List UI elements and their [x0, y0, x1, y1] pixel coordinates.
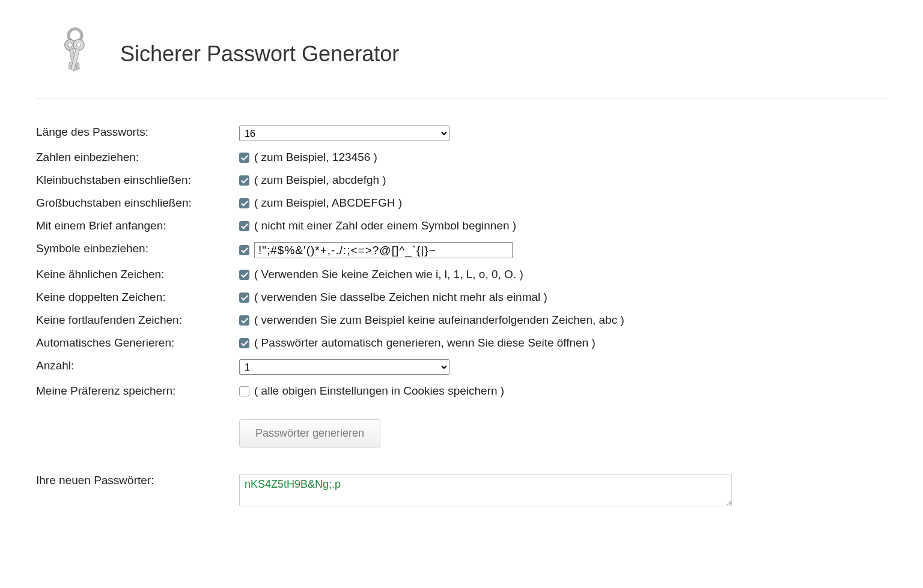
svg-rect-10: [69, 66, 72, 69]
svg-rect-5: [76, 67, 79, 70]
quantity-select[interactable]: 1: [239, 359, 449, 375]
lowercase-checkbox[interactable]: [239, 175, 249, 186]
settings-form: Länge des Passworts: 16 Zahlen einbezieh…: [36, 121, 887, 514]
symbols-checkbox[interactable]: [239, 245, 249, 255]
auto-generate-hint: ( Passwörter automatisch generieren, wen…: [254, 336, 596, 350]
save-pref-label: Meine Präferenz speichern:: [36, 380, 239, 402]
no-duplicates-checkbox[interactable]: [239, 292, 249, 303]
save-pref-hint: ( alle obigen Einstellungen in Cookies s…: [254, 384, 504, 398]
auto-generate-label: Automatisches Generieren:: [36, 332, 239, 354]
no-sequential-hint: ( verwenden Sie zum Beispiel keine aufei…: [254, 314, 624, 327]
numbers-checkbox[interactable]: [239, 153, 249, 163]
lowercase-hint: ( zum Beispiel, abcdefgh ): [254, 174, 386, 187]
uppercase-hint: ( zum Beispiel, ABCDEFGH ): [254, 196, 402, 210]
symbols-label: Symbole einbeziehen:: [36, 237, 239, 263]
quantity-label: Anzahl:: [36, 354, 239, 380]
no-similar-checkbox[interactable]: [239, 270, 249, 280]
generate-button[interactable]: Passwörter generieren: [239, 419, 380, 447]
keys-icon: [54, 24, 96, 84]
save-pref-checkbox[interactable]: [239, 386, 249, 396]
output-label: Ihre neuen Passwörter:: [36, 463, 239, 514]
start-letter-checkbox[interactable]: [239, 221, 249, 231]
page-header: Sicherer Passwort Generator: [36, 24, 887, 99]
numbers-label: Zahlen einbeziehen:: [36, 146, 239, 169]
no-duplicates-label: Keine doppelten Zeichen:: [36, 286, 239, 309]
no-sequential-label: Keine fortlaufenden Zeichen:: [36, 309, 239, 332]
no-duplicates-hint: ( verwenden Sie dasselbe Zeichen nicht m…: [254, 291, 547, 304]
length-label: Länge des Passworts:: [36, 121, 239, 146]
start-letter-label: Mit einem Brief anfangen:: [36, 214, 239, 237]
start-letter-hint: ( nicht mit einer Zahl oder einem Symbol…: [254, 219, 516, 232]
uppercase-checkbox[interactable]: [239, 198, 249, 208]
output-textarea[interactable]: [239, 474, 732, 506]
auto-generate-checkbox[interactable]: [239, 338, 249, 348]
no-similar-hint: ( Verwenden Sie keine Zeichen wie i, l, …: [254, 268, 523, 281]
numbers-hint: ( zum Beispiel, 123456 ): [254, 151, 377, 164]
svg-rect-4: [76, 62, 79, 65]
no-similar-label: Keine ähnlichen Zeichen:: [36, 263, 239, 286]
symbols-input[interactable]: [254, 242, 513, 258]
length-select[interactable]: 16: [239, 126, 449, 141]
lowercase-label: Kleinbuchstaben einschließen:: [36, 169, 239, 192]
svg-rect-9: [69, 62, 73, 65]
no-sequential-checkbox[interactable]: [239, 315, 249, 326]
uppercase-label: Großbuchstaben einschließen:: [36, 192, 239, 214]
page-title: Sicherer Passwort Generator: [120, 41, 399, 67]
